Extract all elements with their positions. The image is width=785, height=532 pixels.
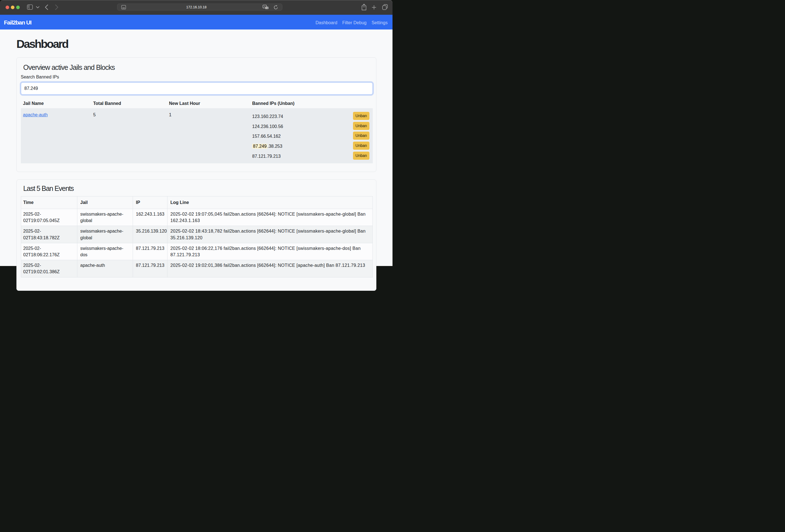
svg-text:A: A: [264, 5, 265, 8]
svg-text:文: 文: [266, 7, 269, 9]
